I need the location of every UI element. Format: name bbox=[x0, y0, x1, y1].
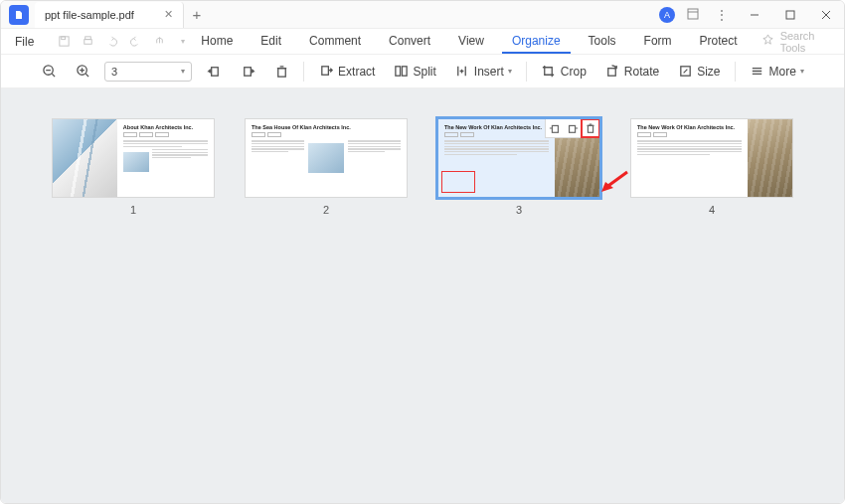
rotate-left-button[interactable] bbox=[202, 62, 226, 82]
menu-tab-home[interactable]: Home bbox=[191, 30, 243, 54]
chevron-down-icon: ▾ bbox=[508, 67, 512, 76]
new-tab-button[interactable]: + bbox=[184, 6, 210, 23]
menu-tab-organize[interactable]: Organize bbox=[502, 30, 571, 54]
crop-button[interactable]: Crop bbox=[537, 62, 591, 82]
split-button[interactable]: Split bbox=[389, 62, 439, 82]
page-thumbnail[interactable]: The Sea House Of Klan Architects Inc. bbox=[245, 118, 408, 198]
file-menu[interactable]: File bbox=[5, 35, 44, 49]
page-thumb-wrap: About Khan Architects Inc.1 bbox=[52, 118, 215, 216]
menu-tab-tools[interactable]: Tools bbox=[579, 30, 626, 54]
menu-tab-form[interactable]: Form bbox=[634, 30, 682, 54]
user-avatar[interactable]: A bbox=[659, 7, 675, 23]
svg-rect-26 bbox=[608, 69, 616, 77]
svg-rect-3 bbox=[786, 11, 794, 19]
delete-page-button[interactable] bbox=[269, 62, 293, 82]
page-thumbnail[interactable]: The New Work Of Klan Architects Inc. bbox=[437, 118, 600, 198]
rotate-button[interactable]: Rotate bbox=[600, 62, 663, 82]
menu-tab-view[interactable]: View bbox=[448, 30, 494, 54]
document-tab[interactable]: ppt file-sample.pdf ✕ bbox=[35, 2, 184, 28]
close-window-button[interactable] bbox=[812, 1, 840, 29]
chevron-down-icon: ▾ bbox=[800, 67, 804, 76]
page-number-input[interactable]: 3 ▾ bbox=[104, 62, 192, 82]
print-icon[interactable] bbox=[80, 35, 95, 48]
zoom-in-button[interactable] bbox=[71, 62, 94, 82]
menu-tab-comment[interactable]: Comment bbox=[299, 30, 371, 54]
share-icon[interactable] bbox=[151, 35, 167, 48]
menu-tab-edit[interactable]: Edit bbox=[251, 30, 291, 54]
rotate-right-button[interactable] bbox=[236, 62, 259, 82]
undo-icon[interactable] bbox=[103, 35, 119, 48]
svg-rect-23 bbox=[321, 67, 328, 75]
organize-toolbar: 3 ▾ Extract Split Insert▾ Crop Rotate Si… bbox=[1, 55, 844, 88]
more-button[interactable]: More▾ bbox=[746, 62, 808, 82]
page-number-label: 4 bbox=[709, 204, 715, 216]
menu-tab-protect[interactable]: Protect bbox=[690, 30, 748, 54]
svg-rect-8 bbox=[84, 40, 91, 45]
menu-tab-convert[interactable]: Convert bbox=[379, 30, 440, 54]
page-thumbnail[interactable]: The New Work Of Klan Architects Inc. bbox=[630, 118, 793, 198]
search-tools-input[interactable]: Search Tools bbox=[780, 30, 824, 54]
svg-rect-31 bbox=[552, 125, 558, 132]
save-icon[interactable] bbox=[56, 35, 72, 48]
svg-rect-20 bbox=[277, 69, 285, 77]
thumb-rotate-left-icon[interactable] bbox=[546, 119, 564, 137]
zoom-out-button[interactable] bbox=[37, 62, 61, 82]
redo-icon[interactable] bbox=[127, 35, 143, 48]
app-icon bbox=[9, 5, 29, 25]
share-dropdown-icon[interactable]: ▾ bbox=[175, 35, 191, 48]
insert-button[interactable]: Insert▾ bbox=[450, 62, 516, 82]
svg-rect-19 bbox=[244, 68, 251, 76]
size-button[interactable]: Size bbox=[673, 62, 724, 82]
svg-rect-32 bbox=[570, 125, 576, 132]
maximize-button[interactable] bbox=[776, 1, 804, 29]
kebab-menu-icon[interactable]: ⋮ bbox=[711, 7, 733, 23]
page-thumb-wrap: The New Work Of Klan Architects Inc.4 bbox=[630, 118, 793, 216]
window-panel-icon[interactable] bbox=[683, 7, 703, 23]
ai-icon[interactable] bbox=[761, 34, 774, 50]
tab-title: ppt file-sample.pdf bbox=[45, 9, 134, 21]
menu-bar: File ▾ HomeEditCommentConvertViewOrganiz… bbox=[1, 29, 844, 55]
page-thumbnail[interactable]: About Khan Architects Inc. bbox=[52, 118, 215, 198]
svg-rect-18 bbox=[211, 68, 218, 76]
page-thumb-wrap: The Sea House Of Klan Architects Inc.2 bbox=[245, 118, 408, 216]
minimize-button[interactable] bbox=[741, 1, 768, 29]
svg-rect-7 bbox=[62, 37, 66, 40]
svg-rect-24 bbox=[396, 67, 401, 76]
close-tab-icon[interactable]: ✕ bbox=[164, 8, 173, 21]
svg-line-12 bbox=[52, 74, 55, 77]
thumb-delete-icon[interactable] bbox=[582, 119, 599, 137]
page-number-label: 3 bbox=[516, 204, 522, 216]
page-thumb-wrap: The New Work Of Klan Architects Inc. 3 bbox=[437, 118, 600, 216]
svg-rect-33 bbox=[588, 125, 592, 132]
svg-rect-9 bbox=[85, 37, 91, 40]
organize-canvas: About Khan Architects Inc.1The Sea House… bbox=[1, 88, 844, 503]
svg-rect-25 bbox=[402, 67, 407, 76]
svg-line-15 bbox=[85, 74, 88, 77]
svg-rect-0 bbox=[688, 9, 698, 19]
chevron-down-icon: ▾ bbox=[181, 67, 185, 76]
extract-button[interactable]: Extract bbox=[314, 62, 379, 82]
page-number-label: 2 bbox=[323, 204, 329, 216]
page-number-label: 1 bbox=[130, 204, 136, 216]
title-bar: ppt file-sample.pdf ✕ + A ⋮ bbox=[1, 1, 844, 29]
thumb-rotate-right-icon[interactable] bbox=[564, 119, 582, 137]
